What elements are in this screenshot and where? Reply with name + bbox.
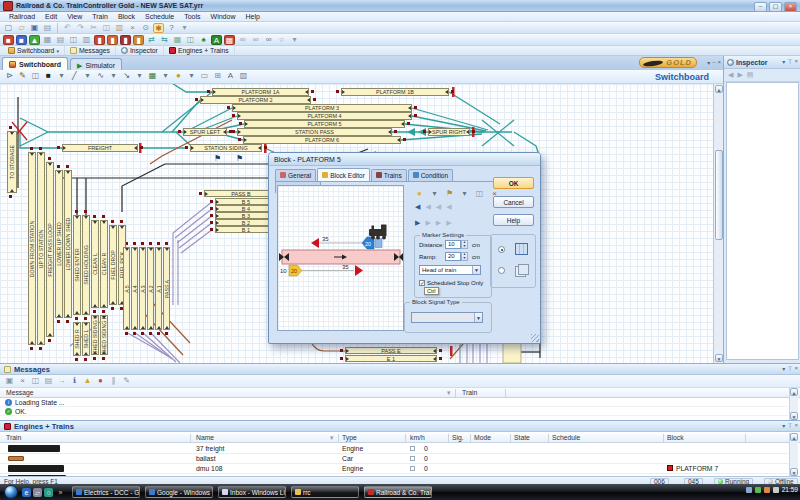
color-tool-icon[interactable]: ■ xyxy=(43,71,54,81)
copy-icon[interactable]: ◫ xyxy=(101,23,112,33)
scroll-down-icon[interactable]: ▼ xyxy=(790,412,798,420)
block-a-4[interactable]: A 4 xyxy=(131,247,138,330)
image-tool-icon[interactable]: ▧ xyxy=(238,71,249,81)
inspector-list-icon[interactable]: ▤ xyxy=(747,71,754,79)
inspector-back-icon[interactable]: ◀ xyxy=(728,71,733,79)
move-right2-icon[interactable]: ▶ xyxy=(425,219,430,227)
train-stop-icon[interactable]: ▮ xyxy=(94,35,105,45)
maximize-button[interactable]: ▢ xyxy=(769,2,782,12)
block-down-from-station[interactable]: DOWN FROM STATION xyxy=(28,152,36,345)
block-shed-r[interactable]: SHED R xyxy=(73,322,81,356)
link-icon[interactable]: ∞ xyxy=(237,35,248,45)
messages-pin-icon[interactable]: ⊤ xyxy=(787,365,792,372)
block-pass-e[interactable]: PASS E xyxy=(345,347,437,354)
tab-switchboard[interactable]: Switchboard xyxy=(2,57,68,70)
menu-window[interactable]: Window xyxy=(206,12,241,21)
shift-icon[interactable]: ⇆ xyxy=(159,35,170,45)
arrow-caret-icon[interactable]: ▾ xyxy=(134,71,145,81)
quicklaunch-overflow-icon[interactable]: » xyxy=(56,488,65,497)
move-left4-icon[interactable]: ◀ xyxy=(446,203,451,211)
column-block[interactable]: Block xyxy=(667,434,684,441)
messages-titlebar[interactable]: Messages ▾ ⊤ × xyxy=(0,363,800,375)
block-spur-right[interactable]: SPUR RIGHT xyxy=(428,128,470,136)
taskbar-button-railroad-co-train[interactable]: Railroad & Co. Train... xyxy=(364,486,432,498)
brake-caret-icon[interactable]: ▾ xyxy=(459,189,470,199)
menu-help[interactable]: Help xyxy=(240,12,264,21)
kmh-checkbox[interactable] xyxy=(410,446,415,451)
dialog-tab-trains[interactable]: Trains xyxy=(371,169,407,181)
tray-icon-3[interactable] xyxy=(764,487,770,493)
block-platform-4[interactable]: PLATFORM 4 xyxy=(237,112,412,120)
quicklaunch-ie-icon[interactable]: e xyxy=(22,488,31,497)
clear-log-icon[interactable]: × xyxy=(17,376,28,386)
scroll-thumb[interactable] xyxy=(715,150,723,240)
line-caret-icon[interactable]: ▾ xyxy=(82,71,93,81)
power-off-icon[interactable]: ■ xyxy=(3,35,14,45)
block-a-2[interactable]: A 2 xyxy=(147,247,154,330)
inspector-menu-icon[interactable]: ▾ xyxy=(782,58,785,65)
copy-log-icon[interactable]: ◫ xyxy=(30,376,41,386)
inspector-forward-icon[interactable]: ▶ xyxy=(737,71,742,79)
filter-info-icon[interactable]: ℹ xyxy=(69,376,80,386)
layout-icon[interactable]: ▦ xyxy=(172,35,183,45)
line-tool-icon[interactable]: ╱ xyxy=(69,71,80,81)
block-pass-a[interactable]: PASS A xyxy=(163,247,170,330)
block-clean-l[interactable]: CLEAN L xyxy=(91,220,99,308)
block-platform-3[interactable]: PLATFORM 3 xyxy=(232,104,412,112)
column-sig[interactable]: Sig. xyxy=(452,434,464,441)
inspector-pin-icon[interactable]: ⊤ xyxy=(787,58,792,65)
save-log-icon[interactable]: ▣ xyxy=(4,376,15,386)
dialog-tab-general[interactable]: General xyxy=(275,169,316,181)
block-shed-l[interactable]: SHED L xyxy=(82,322,90,356)
scroll-down-icon[interactable]: ▼ xyxy=(790,468,798,476)
panel-minimize-icon[interactable]: – xyxy=(712,59,715,66)
help-icon[interactable]: ? xyxy=(166,23,177,33)
text-tool-icon[interactable]: A xyxy=(225,71,236,81)
block-platform-6[interactable]: PLATFORM 6 xyxy=(243,136,401,144)
column-type[interactable]: Type xyxy=(342,434,357,441)
scroll-down-icon[interactable]: ▼ xyxy=(715,354,723,362)
arrow-tool-icon[interactable]: ↘ xyxy=(121,71,132,81)
head-of-train-select[interactable]: Head of train ▼ xyxy=(419,265,481,275)
panel-close-icon[interactable]: × xyxy=(717,59,721,66)
add-marker-icon[interactable]: ● xyxy=(414,189,425,199)
pause-log-icon[interactable]: ∥ xyxy=(108,376,119,386)
engines-close-icon[interactable]: × xyxy=(794,422,798,429)
block-fuel-drop[interactable]: FUEL DROP xyxy=(109,225,117,305)
block-freight[interactable]: FREIGHT xyxy=(62,144,138,152)
message-row[interactable]: iLoading State ... xyxy=(0,398,788,407)
engines-scrollbar[interactable]: ▲ ▼ xyxy=(789,433,798,476)
dropdown-caret-icon[interactable]: ▼ xyxy=(474,313,482,322)
tray-icon-1[interactable] xyxy=(746,487,752,493)
block-a-3[interactable]: A 3 xyxy=(139,247,146,330)
quicklaunch-desktop-icon[interactable]: ▱ xyxy=(33,488,42,497)
cursor-tool-icon[interactable]: ⊳ xyxy=(4,71,15,81)
distance-spinner[interactable]: ▲▼ xyxy=(461,240,468,249)
inspector-titlebar[interactable]: Inspector ▾ ⊤ × xyxy=(724,56,800,69)
block-signal-select[interactable]: ▼ xyxy=(411,312,483,323)
block-up-to-station[interactable]: UP TO STATION xyxy=(37,152,45,345)
ok-button[interactable]: OK xyxy=(493,177,534,189)
panel-menu-icon[interactable]: ▾ xyxy=(707,59,710,66)
paste-icon[interactable]: ▥ xyxy=(114,23,125,33)
print-log-icon[interactable]: ▤ xyxy=(43,376,54,386)
block-platform-2[interactable]: PLATFORM 2 xyxy=(200,96,311,104)
block-platform-5[interactable]: PLATFORM 5 xyxy=(244,120,405,128)
dialog-tab-block-editor[interactable]: Block Editor xyxy=(317,168,370,181)
quicklaunch-media-icon[interactable]: ○ xyxy=(44,488,53,497)
inspector-close-icon[interactable]: × xyxy=(794,58,798,65)
block-freight-pass-loop[interactable]: FREIGHT PASS LOOP xyxy=(46,162,54,337)
curve-tool-icon[interactable]: ∿ xyxy=(95,71,106,81)
marker-caret-icon[interactable]: ▾ xyxy=(429,189,440,199)
scroll-up-icon[interactable]: ▲ xyxy=(790,433,798,441)
goto-icon[interactable]: → xyxy=(56,376,67,386)
move-left2-icon[interactable]: ◀ xyxy=(425,203,430,211)
block-caret-icon[interactable]: ▾ xyxy=(160,71,171,81)
train-brake-icon[interactable]: ▮ xyxy=(120,35,131,45)
auto-icon[interactable]: A xyxy=(211,35,222,45)
open-icon[interactable]: ▱ xyxy=(16,23,27,33)
panel-button-messages[interactable]: Messages xyxy=(65,46,116,55)
window-detail-icon[interactable]: ▥ xyxy=(81,35,92,45)
tray-network-icon[interactable] xyxy=(773,487,779,493)
cut-icon[interactable]: ✂ xyxy=(88,23,99,33)
